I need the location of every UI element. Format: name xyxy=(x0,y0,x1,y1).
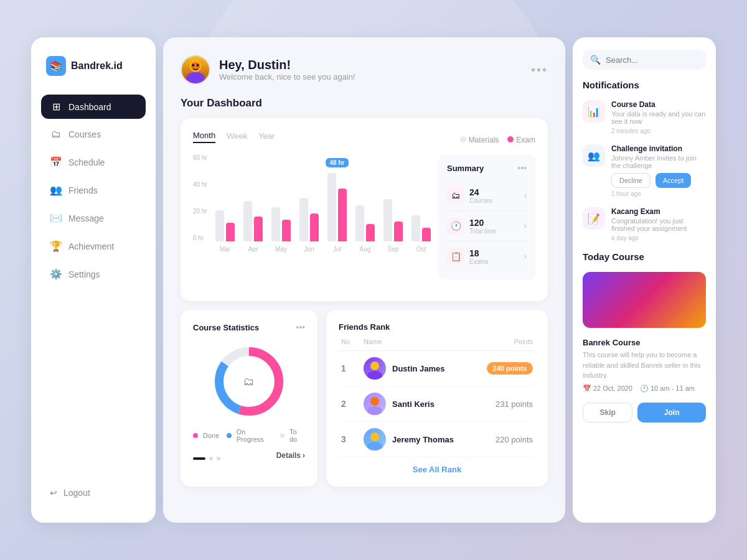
bar-apr-exam xyxy=(254,217,263,241)
summary-item-exams[interactable]: 📋 18 Exams › xyxy=(447,241,527,271)
course-stats-footer: Details › xyxy=(193,450,305,460)
greeting-subtext: Welcome back, nice to see you again! xyxy=(219,72,355,82)
bar-aug-exam xyxy=(366,224,375,241)
sidebar-item-label: Friends xyxy=(68,185,98,195)
course-stats-header: Course Statistics ••• xyxy=(193,322,305,332)
sidebar-item-courses[interactable]: 🗂 Courses xyxy=(41,123,146,146)
avatar xyxy=(181,55,210,85)
summary-header: Summary ••• xyxy=(447,163,527,173)
settings-icon: ⚙️ xyxy=(50,268,62,280)
course-stats-dots[interactable]: ••• xyxy=(296,322,305,332)
courses-summary-icon: 🗂 xyxy=(447,187,464,204)
notif-time-3: a day ago xyxy=(611,235,706,241)
notif-title-2: Challenge invitation xyxy=(611,144,706,153)
see-all-rank-link[interactable]: See All Rank xyxy=(339,465,535,474)
exams-count: 18 xyxy=(469,248,489,258)
decline-button[interactable]: Decline xyxy=(611,173,651,188)
friends-rank-title: Friends Rank xyxy=(339,322,535,332)
rank-avatar-1 xyxy=(364,357,386,380)
svg-point-10 xyxy=(370,397,379,406)
bar-jul-exam xyxy=(338,189,347,241)
bar-oct-materials xyxy=(411,215,420,241)
bar-group-aug: Aug xyxy=(355,205,375,241)
schedule-icon: 📅 xyxy=(50,156,62,168)
course-meta: 📅22 Oct, 2020 🕐10 am - 11 am xyxy=(583,385,706,393)
bar-group-sep: Sep xyxy=(383,199,403,241)
courses-count: 24 xyxy=(469,187,492,197)
summary-item-courses[interactable]: 🗂 24 Courses › xyxy=(447,180,527,211)
dot-inactive-1 xyxy=(209,457,213,460)
exams-summary-icon: 📋 xyxy=(447,248,464,265)
rank-points-3: 220 points xyxy=(471,435,533,444)
sidebar-item-label: Courses xyxy=(68,129,101,139)
logout-label: Logout xyxy=(63,488,90,498)
greeting-text: Hey, Dustin! Welcome back, nice to see y… xyxy=(219,58,355,82)
bar-oct-exam xyxy=(422,228,431,241)
sidebar-item-dashboard[interactable]: ⊞ Dashboard xyxy=(41,95,146,119)
dashboard-title: Your Dashboard xyxy=(181,97,548,110)
course-title: Banrek Course xyxy=(583,338,706,347)
friends-rank-card: Friends Rank No Name Points 1 Dustin Jam… xyxy=(326,310,548,487)
rank-name-3: Jeremy Thomas xyxy=(392,435,454,444)
tab-month[interactable]: Month xyxy=(193,131,215,143)
skip-button[interactable]: Skip xyxy=(583,403,632,422)
join-button[interactable]: Join xyxy=(637,403,706,422)
sidebar-item-achievment[interactable]: 🏆 Achievment xyxy=(41,234,146,258)
logo: 📚 Bandrek.id xyxy=(41,56,146,76)
bar-chart: 60 hr 40 hr 20 hr 0 hr Mar xyxy=(193,154,431,254)
course-thumbnail xyxy=(583,272,706,328)
pagination-dots xyxy=(193,457,220,460)
details-label: Details xyxy=(276,451,301,460)
search-input[interactable] xyxy=(606,55,698,65)
sidebar-item-label: Dashboard xyxy=(68,102,111,112)
chart-tab-bar: Month Week Year xyxy=(193,131,275,143)
rank-row-3: 3 Jeremy Thomas 220 points xyxy=(339,422,535,457)
dot-active xyxy=(193,457,205,460)
courses-label: Courses xyxy=(469,197,492,204)
svg-point-4 xyxy=(197,63,199,67)
bar-group-jun: Jun xyxy=(299,198,319,241)
svg-point-12 xyxy=(370,432,379,441)
tab-week[interactable]: Week xyxy=(227,131,247,142)
bar-group-may: May xyxy=(271,207,291,241)
bar-jun-exam xyxy=(310,213,319,241)
friends-icon: 👥 xyxy=(50,184,62,196)
accept-button[interactable]: Accept xyxy=(655,173,692,188)
search-bar: 🔍 xyxy=(583,50,706,70)
time-summary-icon: 🕐 xyxy=(447,217,464,235)
tab-year[interactable]: Year xyxy=(258,131,275,142)
sidebar-item-settings[interactable]: ⚙️ Settings xyxy=(41,262,146,286)
sidebar-item-label: Schedule xyxy=(68,157,105,167)
rank-points-1: 240 points xyxy=(471,362,533,375)
bottom-row: Course Statistics ••• 🗂 xyxy=(181,310,548,487)
sidebar-item-schedule[interactable]: 📅 Schedule xyxy=(41,150,146,174)
summary-dots[interactable]: ••• xyxy=(517,163,527,173)
bar-group-apr: Apr xyxy=(243,201,263,241)
sidebar-item-message[interactable]: ✉️ Message xyxy=(41,206,146,230)
course-stats-card: Course Statistics ••• 🗂 xyxy=(181,310,317,487)
donut-container: 🗂 xyxy=(193,341,305,422)
bar-group-jul: 48 hr Jul xyxy=(327,173,347,241)
svg-point-1 xyxy=(186,72,204,83)
bar-jun-materials xyxy=(299,198,308,241)
bar-mar-materials xyxy=(215,210,224,241)
notif-time-2: 1 hour ago xyxy=(611,190,706,197)
sidebar-item-label: Achievment xyxy=(68,241,114,251)
course-time: 10 am - 11 am xyxy=(651,385,695,392)
notif-body-2: Johnny Amber invites to join the challen… xyxy=(611,154,706,169)
rank-col-no-header: No xyxy=(341,338,364,345)
details-link[interactable]: Details › xyxy=(276,451,305,460)
course-date: 22 Oct, 2020 xyxy=(593,385,632,392)
todo-label: To do xyxy=(289,428,305,443)
svg-point-3 xyxy=(192,63,195,67)
svg-point-8 xyxy=(370,362,379,370)
materials-legend-dot xyxy=(460,136,466,142)
done-label: Done xyxy=(203,432,219,439)
sidebar-item-friends[interactable]: 👥 Friends xyxy=(41,178,146,202)
logout-icon: ↩ xyxy=(50,488,57,498)
summary-item-time[interactable]: 🕐 120 Total time › xyxy=(447,211,527,241)
todo-dot xyxy=(280,433,284,438)
rank-points-2: 231 points xyxy=(471,399,533,409)
logout-item[interactable]: ↩ Logout xyxy=(41,482,146,504)
header-more-button[interactable]: ••• xyxy=(531,63,548,77)
